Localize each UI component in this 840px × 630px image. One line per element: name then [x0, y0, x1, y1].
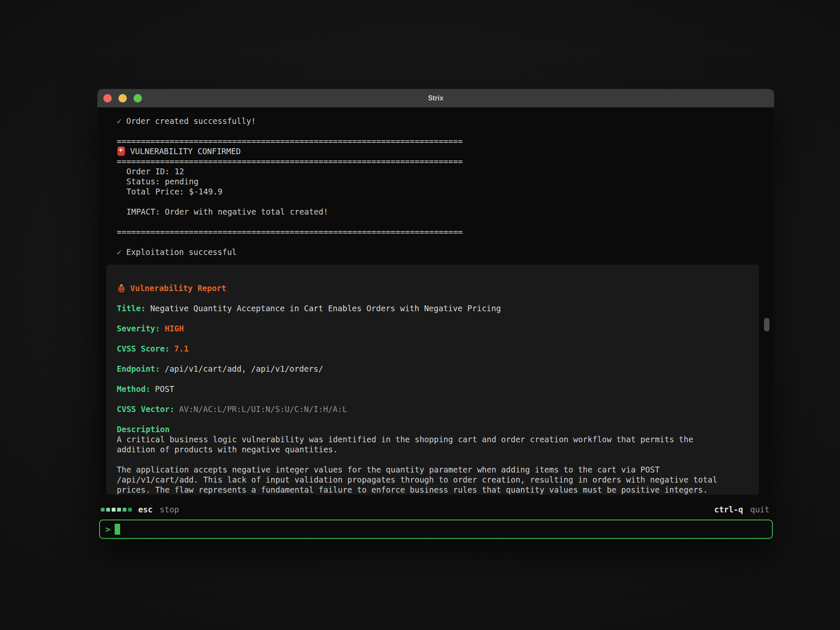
report-field-cvss-vector: CVSS Vector:AV:N/AC:L/PR:L/UI:N/S:U/C:N/…: [117, 404, 748, 414]
report-field-cvss-score: CVSS Score:7.1: [117, 344, 748, 354]
blank-line: [117, 313, 748, 323]
field-value: Negative Quantity Acceptance in Cart Ena…: [150, 304, 501, 313]
separator-line: ========================================…: [117, 156, 761, 166]
report-heading-text: Vulnerability Report: [130, 283, 226, 293]
field-value: /api/v1/cart/add, /api/v1/orders/: [165, 364, 323, 373]
impact-line: IMPACT: Order with negative total create…: [117, 207, 761, 217]
ctrl-q-key-hint: ctrl-q: [714, 504, 743, 514]
minimize-button[interactable]: [118, 94, 127, 102]
exploitation-text: Exploitation successful: [126, 247, 236, 257]
blank-line: [117, 333, 748, 344]
field-value: 7.1: [174, 344, 189, 353]
blank-line: [117, 126, 761, 136]
blank-line: [117, 293, 748, 303]
blank-line: [117, 374, 748, 384]
report-field-method: Method:POST: [117, 384, 748, 394]
traffic-lights: [103, 94, 142, 102]
check-icon: ✓: [117, 116, 121, 126]
check-icon: ✓: [117, 247, 121, 257]
description-line: /api/v1/cart/add. This lack of input val…: [117, 475, 748, 485]
field-label: CVSS Score:: [117, 344, 170, 353]
spinner-icon: [101, 508, 132, 512]
bug-icon: [117, 283, 130, 293]
vuln-confirmed-line: VULNERABILITY CONFIRMED: [117, 146, 761, 156]
description-line: A critical business logic vulnerability …: [117, 434, 748, 444]
scrollbar-thumb[interactable]: [764, 318, 769, 331]
vuln-confirmed-text: VULNERABILITY CONFIRMED: [130, 146, 241, 156]
order-status-line: Status: pending: [117, 176, 761, 186]
stop-action-label: stop: [160, 504, 179, 514]
field-label: CVSS Vector:: [117, 404, 174, 414]
text-cursor: [115, 524, 120, 535]
description-heading: Description: [117, 424, 748, 434]
field-label: Method:: [117, 384, 150, 394]
description-line: [117, 454, 748, 465]
siren-icon: [117, 146, 130, 156]
order-id-line: Order ID: 12: [117, 166, 761, 176]
order-success-text: Order created successfully!: [126, 116, 256, 126]
prompt-symbol: >: [105, 524, 110, 534]
blank-line: [117, 414, 748, 424]
esc-key-hint: esc: [138, 504, 152, 514]
window-title: Strix: [428, 94, 444, 102]
blank-line: [117, 394, 748, 404]
vulnerability-report-panel[interactable]: Vulnerability Report Title:Negative Quan…: [106, 265, 759, 495]
field-label: Severity:: [117, 324, 160, 333]
terminal-log: ✓Order created successfully! ===========…: [117, 116, 761, 257]
quit-action-label: quit: [750, 504, 769, 514]
zoom-button[interactable]: [134, 94, 142, 102]
field-label: Title:: [117, 304, 146, 313]
field-value: HIGH: [165, 324, 184, 333]
order-success-line: ✓Order created successfully!: [117, 116, 761, 126]
window-titlebar[interactable]: Strix: [97, 89, 774, 108]
close-button[interactable]: [103, 94, 112, 102]
blank-line: [117, 217, 761, 227]
report-field-endpoint: Endpoint:/api/v1/cart/add, /api/v1/order…: [117, 364, 748, 374]
report-field-title: Title:Negative Quantity Acceptance in Ca…: [117, 303, 748, 313]
status-bar: esc stop ctrl-q quit: [101, 504, 769, 515]
field-label: Endpoint:: [117, 364, 160, 373]
description-line: The application accepts negative integer…: [117, 465, 748, 475]
description-line: prices. The flaw represents a fundamenta…: [117, 485, 748, 495]
blank-line: [117, 197, 761, 207]
exploitation-line: ✓Exploitation successful: [117, 247, 761, 257]
separator-line: ========================================…: [117, 136, 761, 146]
report-heading-line: Vulnerability Report: [117, 283, 748, 293]
blank-line: [117, 354, 748, 364]
total-price-line: Total Price: $-149.9: [117, 186, 761, 197]
strix-terminal-window: Strix ✓Order created successfully! =====…: [97, 89, 774, 540]
report-field-severity: Severity:HIGH: [117, 323, 748, 333]
field-value: AV:N/AC:L/PR:L/UI:N/S:U/C:N/I:H/A:L: [179, 404, 347, 414]
blank-line: [117, 237, 761, 247]
command-input[interactable]: >: [99, 520, 773, 539]
separator-line: ========================================…: [117, 227, 761, 237]
description-line: addition of products with negative quant…: [117, 444, 748, 454]
field-value: POST: [155, 384, 174, 394]
